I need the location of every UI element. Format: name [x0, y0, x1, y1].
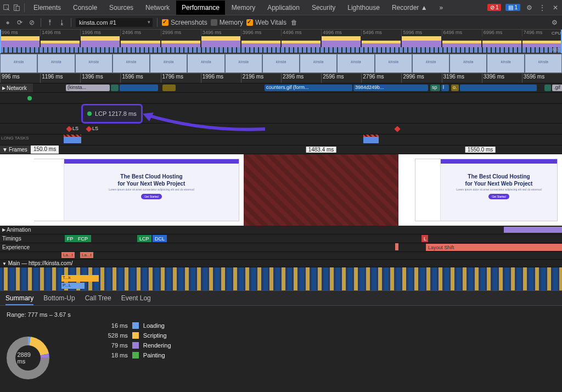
summary-panel: Range: 777 ms – 3.67 s 2889 ms 16 msLoad… — [0, 306, 562, 385]
tab-calltree[interactable]: Call Tree — [85, 294, 111, 302]
network-request[interactable]: 3984d249b... — [353, 85, 428, 91]
flame-parse[interactable]: P...L — [61, 283, 85, 289]
legend-row: 79 msRendering — [98, 342, 171, 349]
tab-eventlog[interactable]: Event Log — [121, 294, 151, 302]
network-request[interactable]: counters.gif (form... — [265, 85, 352, 91]
ls-marker-1[interactable] — [66, 126, 72, 132]
tab-security[interactable]: Security — [306, 1, 341, 15]
timings-track[interactable]: Timings FP FCP LCP DCL L — [0, 234, 562, 243]
perf-settings-icon[interactable]: ⚙ — [550, 18, 559, 27]
tab-lighthouse[interactable]: Lighthouse — [342, 1, 385, 15]
gear-icon[interactable]: ⚙ — [525, 3, 533, 12]
trash-icon[interactable]: 🗑 — [290, 18, 299, 27]
overview-timeline[interactable]: 996 ms1496 ms1996 ms 2496 ms2996 ms3496 … — [0, 30, 562, 54]
tab-overflow[interactable]: » — [434, 1, 449, 15]
range-text: Range: 777 ms – 3.67 s — [7, 311, 71, 318]
upload-icon[interactable]: ⭱ — [46, 18, 54, 27]
frames-track[interactable]: The Best Cloud Hosting for Your Next Web… — [0, 154, 562, 226]
tab-performance[interactable]: Performance — [176, 1, 225, 15]
tab-network[interactable]: Network — [140, 1, 175, 15]
flame-task[interactable]: T...k — [61, 275, 99, 282]
legend-row: 528 msScripting — [98, 332, 171, 339]
message-badge[interactable]: ▤ 1 — [505, 4, 520, 11]
vitals-row-lcp: LCP 1217.8 ms — [0, 104, 562, 124]
tab-summary[interactable]: Summary — [5, 294, 33, 305]
device-icon[interactable] — [12, 3, 21, 12]
frame-time-3: 1550.0 ms — [465, 147, 496, 153]
memory-toggle[interactable]: Memory — [211, 19, 243, 26]
inspect-icon[interactable] — [2, 3, 11, 12]
fp-marker[interactable]: FP — [65, 235, 76, 242]
animation-track[interactable]: ▶Animation — [0, 226, 562, 234]
animation-bar[interactable] — [504, 227, 562, 233]
network-request[interactable] — [120, 85, 158, 91]
network-request[interactable] — [162, 85, 176, 91]
main-thread-header[interactable]: ▼ Main — https://kinsta.com/ — [0, 260, 562, 267]
load-marker[interactable]: L — [422, 235, 428, 242]
lcp-marker-icon — [87, 111, 92, 116]
net-label: NET — [552, 47, 561, 52]
legend-row: 16 msLoading — [98, 322, 171, 329]
tab-sources[interactable]: Sources — [104, 1, 139, 15]
record-icon[interactable]: ● — [3, 18, 12, 27]
network-request[interactable]: o. — [451, 85, 459, 91]
summary-tabbar: Summary Bottom-Up Call Tree Event Log — [0, 290, 562, 306]
network-request[interactable] — [460, 85, 537, 91]
lcp-callout[interactable]: LCP 1217.8 ms — [81, 104, 143, 124]
tab-application[interactable]: Application — [262, 1, 305, 15]
frame-time-2: 1483.4 ms — [306, 147, 336, 153]
ls-marker-2[interactable] — [86, 126, 92, 132]
download-icon[interactable]: ⭳ — [58, 18, 66, 27]
cpu-label: CPU — [552, 31, 561, 36]
close-icon[interactable]: ✕ — [551, 3, 560, 12]
experience-chips: La...t La...t — [0, 252, 562, 260]
long-tasks-label: LONG TASKS — [1, 136, 29, 141]
lcp-timing-marker[interactable]: LCP — [137, 235, 151, 242]
recording-dropdown[interactable]: kinsta.com #1 — [76, 18, 153, 27]
network-request[interactable] — [111, 85, 119, 91]
clear-icon[interactable]: ⊘ — [27, 18, 36, 27]
layout-chip-1[interactable]: La...t — [61, 252, 75, 258]
network-request[interactable] — [544, 85, 551, 91]
ls-label-1: LS — [72, 126, 78, 131]
kebab-icon[interactable]: ⋮ — [538, 3, 547, 12]
tab-bottomup[interactable]: Bottom-Up — [43, 294, 75, 302]
vitals-row-1 — [0, 93, 562, 104]
flame-chart[interactable]: T...k P...L — [0, 267, 562, 290]
layout-chip-2[interactable]: La...t — [80, 252, 93, 258]
tab-memory[interactable]: Memory — [226, 1, 261, 15]
svg-rect-2 — [16, 6, 19, 10]
ls-label-2: LS — [92, 126, 98, 131]
reload-icon[interactable]: ⟳ — [15, 18, 24, 27]
experience-track[interactable]: Experience Layout Shift — [0, 243, 562, 252]
frame-time-1: 150.0 ms — [31, 145, 59, 154]
legend-row: 18 msPainting — [98, 352, 171, 359]
tab-elements[interactable]: Elements — [28, 1, 66, 15]
devtools-tabbar: Elements Console Sources Network Perform… — [0, 0, 562, 15]
vitals-row-ls: LS LS — [0, 124, 562, 135]
tab-console[interactable]: Console — [68, 1, 103, 15]
tab-recorder[interactable]: Recorder ▲ — [386, 1, 433, 15]
dcl-marker[interactable]: DCL — [153, 235, 167, 242]
network-request[interactable]: (kinsta... — [66, 85, 110, 91]
network-request[interactable]: sp — [430, 85, 440, 91]
fcp-marker[interactable] — [27, 96, 32, 100]
fcp-marker[interactable]: FCP — [76, 235, 91, 242]
error-badge[interactable]: ⊘ 1 — [487, 4, 502, 11]
main-ruler: 996 ms1196 ms1396 ms 1596 ms1796 ms1996 … — [0, 74, 562, 83]
perf-toolbar: ● ⟳ ⊘ ⭱ ⭳ kinsta.com #1 Screenshots Memo… — [0, 15, 562, 30]
screenshots-strip[interactable] — [0, 54, 562, 74]
network-track[interactable]: ▶Network (kinsta...counters.gif (form...… — [0, 83, 562, 93]
layout-shift-tick[interactable] — [395, 243, 398, 250]
webvitals-toggle[interactable]: Web Vitals — [246, 19, 286, 26]
long-tasks-track[interactable]: LONG TASKS — [0, 135, 562, 145]
summary-donut: 2889 ms — [7, 337, 49, 379]
overview-ruler: 996 ms1496 ms1996 ms 2496 ms2996 ms3496 … — [0, 30, 562, 36]
ls-marker-3[interactable] — [394, 126, 400, 132]
network-request[interactable]: .gif (form... — [552, 85, 562, 91]
donut-total: 2889 ms — [18, 351, 39, 365]
layout-shift-bar[interactable]: Layout Shift — [426, 244, 562, 251]
network-request[interactable]: l — [441, 85, 449, 91]
screenshots-toggle[interactable]: Screenshots — [162, 19, 207, 26]
